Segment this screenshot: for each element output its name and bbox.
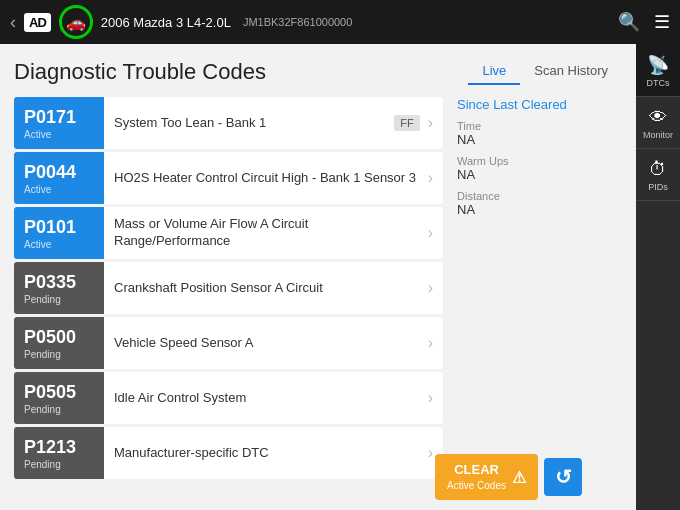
dtc-status: Active — [24, 184, 51, 195]
dtc-desc-wrap: Manufacturer-specific DTC › — [104, 438, 443, 468]
dtc-status: Active — [24, 129, 51, 140]
dtc-right: › — [428, 169, 433, 187]
dtc-desc-wrap: Crankshaft Position Sensor A Circuit › — [104, 273, 443, 303]
dtc-code: P0335 — [24, 272, 76, 293]
distance-stat: Distance NA — [457, 190, 622, 217]
distance-value: NA — [457, 202, 622, 217]
dtc-description: Mass or Volume Air Flow A Circuit Range/… — [114, 216, 428, 250]
dtc-description: Manufacturer-specific DTC — [114, 445, 269, 462]
dtc-description: Vehicle Speed Sensor A — [114, 335, 254, 352]
menu-icon[interactable]: ☰ — [654, 11, 670, 33]
chevron-right-icon: › — [428, 114, 433, 132]
table-row[interactable]: P0500 Pending Vehicle Speed Sensor A › — [14, 317, 443, 369]
pids-sidebar-icon: ⏱ — [649, 159, 667, 180]
dtc-description: HO2S Heater Control Circuit High - Bank … — [114, 170, 416, 187]
chevron-right-icon: › — [428, 389, 433, 407]
dtc-description: Crankshaft Position Sensor A Circuit — [114, 280, 323, 297]
dtc-code: P0101 — [24, 217, 76, 238]
dtc-right: FF › — [394, 114, 433, 132]
dtc-desc-wrap: Mass or Volume Air Flow A Circuit Range/… — [104, 210, 443, 256]
tab-group: Live Scan History — [468, 58, 622, 85]
sidebar-item-pids[interactable]: ⏱ PIDs — [636, 149, 680, 201]
chevron-right-icon: › — [428, 169, 433, 187]
dtc-description: Idle Air Control System — [114, 390, 246, 407]
dtc-code: P0505 — [24, 382, 76, 403]
dtc-right: › — [428, 389, 433, 407]
top-bar: ‹ AD 🚗 2006 Mazda 3 L4-2.0L JM1BK32F8610… — [0, 0, 680, 44]
table-row[interactable]: P0044 Active HO2S Heater Control Circuit… — [14, 152, 443, 204]
dtc-code-block: P0505 Pending — [14, 372, 104, 424]
dtc-right: › — [428, 444, 433, 462]
dtc-code: P0044 — [24, 162, 76, 183]
dtc-desc-wrap: System Too Lean - Bank 1 FF › — [104, 108, 443, 138]
tab-live[interactable]: Live — [468, 58, 520, 85]
dtc-sidebar-icon: 📡 — [647, 54, 669, 76]
table-row[interactable]: P0335 Pending Crankshaft Position Sensor… — [14, 262, 443, 314]
dtc-status: Pending — [24, 459, 61, 470]
table-row[interactable]: P0171 Active System Too Lean - Bank 1 FF… — [14, 97, 443, 149]
search-icon[interactable]: 🔍 — [618, 11, 640, 33]
car-icon: 🚗 — [66, 13, 86, 32]
refresh-button[interactable]: ↺ — [544, 458, 582, 496]
main-content: Diagnostic Trouble Codes Live Scan Histo… — [0, 44, 636, 510]
time-label: Time — [457, 120, 622, 132]
dtc-description: System Too Lean - Bank 1 — [114, 115, 266, 132]
dtc-list: P0171 Active System Too Lean - Bank 1 FF… — [14, 97, 443, 479]
table-row[interactable]: P1213 Pending Manufacturer-specific DTC … — [14, 427, 443, 479]
dtc-right: › — [428, 279, 433, 297]
right-panel: Since Last Cleared Time NA Warm Ups NA D… — [457, 97, 622, 479]
warm-ups-stat: Warm Ups NA — [457, 155, 622, 182]
bottom-actions: CLEAR Active Codes ⚠ ↺ — [435, 454, 582, 500]
dtc-desc-wrap: Vehicle Speed Sensor A › — [104, 328, 443, 358]
dtc-status: Pending — [24, 404, 61, 415]
pids-sidebar-label: PIDs — [648, 182, 668, 192]
monitor-sidebar-label: Monitor — [643, 130, 673, 140]
dtc-code-block: P0101 Active — [14, 207, 104, 259]
sidebar-item-dtcs[interactable]: 📡 DTCs — [636, 44, 680, 97]
dtc-code-block: P0171 Active — [14, 97, 104, 149]
dtc-desc-wrap: HO2S Heater Control Circuit High - Bank … — [104, 163, 443, 193]
page-title: Diagnostic Trouble Codes — [14, 59, 266, 85]
table-row[interactable]: P0101 Active Mass or Volume Air Flow A C… — [14, 207, 443, 259]
page-header: Diagnostic Trouble Codes Live Scan Histo… — [14, 58, 622, 85]
dtc-status: Pending — [24, 349, 61, 360]
dtc-code-block: P1213 Pending — [14, 427, 104, 479]
chevron-right-icon: › — [428, 279, 433, 297]
vehicle-name: 2006 Mazda 3 L4-2.0L — [101, 15, 231, 30]
back-button[interactable]: ‹ — [10, 12, 16, 33]
time-stat: Time NA — [457, 120, 622, 147]
right-sidebar: 📡 DTCs 👁 Monitor ⏱ PIDs — [636, 44, 680, 510]
chevron-right-icon: › — [428, 444, 433, 462]
dtc-code-block: P0335 Pending — [14, 262, 104, 314]
warm-ups-value: NA — [457, 167, 622, 182]
dtc-code: P1213 — [24, 437, 76, 458]
warm-ups-label: Warm Ups — [457, 155, 622, 167]
distance-label: Distance — [457, 190, 622, 202]
dtc-code-block: P0500 Pending — [14, 317, 104, 369]
monitor-sidebar-icon: 👁 — [649, 107, 667, 128]
table-row[interactable]: P0505 Pending Idle Air Control System › — [14, 372, 443, 424]
time-value: NA — [457, 132, 622, 147]
content-layout: P0171 Active System Too Lean - Bank 1 FF… — [14, 97, 622, 479]
dtc-code-block: P0044 Active — [14, 152, 104, 204]
dtc-code: P0171 — [24, 107, 76, 128]
dtc-right: › — [428, 224, 433, 242]
chevron-right-icon: › — [428, 224, 433, 242]
vin-number: JM1BK32F861000000 — [243, 16, 352, 28]
dtc-status: Active — [24, 239, 51, 250]
dtc-code: P0500 — [24, 327, 76, 348]
clear-active-codes-button[interactable]: CLEAR Active Codes ⚠ — [435, 454, 538, 500]
since-cleared-title: Since Last Cleared — [457, 97, 622, 112]
chevron-right-icon: › — [428, 334, 433, 352]
dtc-desc-wrap: Idle Air Control System › — [104, 383, 443, 413]
vehicle-status-icon: 🚗 — [59, 5, 93, 39]
refresh-icon: ↺ — [555, 465, 572, 489]
sidebar-item-monitor[interactable]: 👁 Monitor — [636, 97, 680, 149]
warning-icon: ⚠ — [512, 468, 526, 487]
ff-badge: FF — [394, 115, 419, 131]
ad-logo: AD — [24, 13, 51, 32]
dtc-status: Pending — [24, 294, 61, 305]
tab-scan-history[interactable]: Scan History — [520, 58, 622, 85]
clear-label: CLEAR Active Codes — [447, 462, 506, 492]
dtc-sidebar-label: DTCs — [647, 78, 670, 88]
